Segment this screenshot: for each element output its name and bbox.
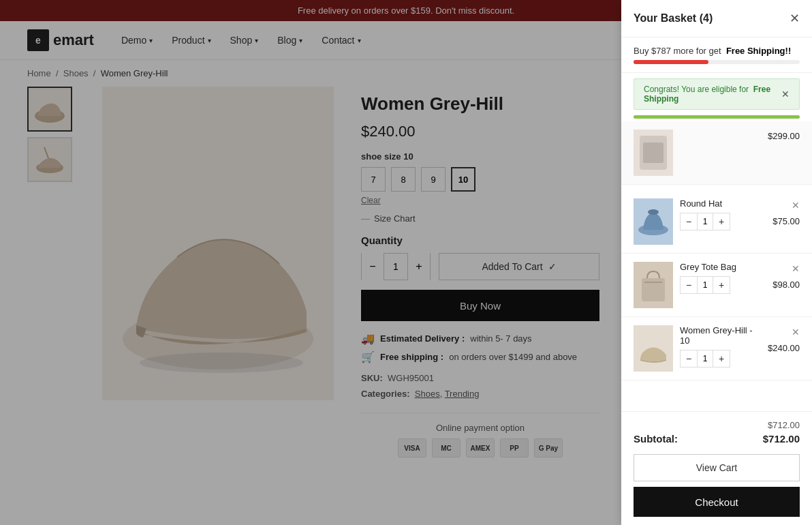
cart-title: Your Basket (4) [634,12,713,25]
free-shipping-banner: Congrats! You are eligible for Free Ship… [634,78,800,110]
shipping-progress-bar-wrap [634,60,800,64]
cart-count: 4 [703,12,709,24]
cart-item-bag-info: Grey Tote Bag − 1 + [680,262,766,294]
shoe-qty-value: 1 [697,350,713,367]
cart-close-button[interactable]: ✕ [790,11,800,26]
bag-qty-increase[interactable]: + [713,277,730,293]
cart-item-bag-img [634,262,673,308]
cart-item-hat-qty: − 1 + [680,213,730,230]
cart-header: Your Basket (4) ✕ [621,0,812,38]
cart-item-shoe-name: Women Grey-Hill - 10 [680,325,761,346]
cart-item-hat: Round Hat − 1 + ✕ $75.00 [621,190,812,254]
cart-item-hat-name: Round Hat [680,198,766,209]
shoe-qty-increase[interactable]: + [713,350,730,367]
svg-point-7 [648,209,659,215]
shoe-price: $240.00 [768,343,800,353]
cart-item-hat-img [634,198,673,245]
subtotal-value: $712.00 [763,433,800,445]
shipping-info: Buy $787 more for get Free Shipping!! [621,38,812,73]
fs-banner-text: Congrats! You are eligible for [644,85,749,94]
bag-price: $98.00 [772,280,800,290]
fs-progress-fill [634,115,800,119]
cart-item-bag-name: Grey Tote Bag [680,262,766,272]
shipping-prompt: Buy $787 more for get [634,46,721,56]
cart-item-shoe-qty: − 1 + [680,350,730,368]
cart-item-shoe-img [634,325,673,372]
svg-rect-5 [643,142,663,163]
hat-qty-value: 1 [697,213,713,230]
hat-qty-increase[interactable]: + [713,213,730,230]
cart-item-bag-qty: − 1 + [680,276,730,294]
cart-item-shoe: Women Grey-Hill - 10 − 1 + ✕ $240.00 [621,317,812,380]
bag-remove-button[interactable]: ✕ [792,263,800,274]
cart-items-list: Round Hat − 1 + ✕ $75.00 [621,185,812,411]
cart-item-extra-price: $299.00 [680,131,800,141]
cart-item-extra: $299.00 [621,121,812,185]
hat-qty-decrease[interactable]: − [681,213,697,230]
shipping-free-label: Free Shipping!! [726,46,791,56]
cart-subtotal-row: Subtotal: $712.00 [634,433,800,445]
cart-total-line: $712.00 [634,420,800,430]
hat-remove-button[interactable]: ✕ [792,200,800,211]
free-shipping-banner-text: Congrats! You are eligible for Free Ship… [644,85,781,104]
hat-price: $75.00 [772,216,800,226]
cart-item-bag: Grey Tote Bag − 1 + ✕ $98.00 [621,254,812,317]
shipping-progress-bar-fill [634,60,708,64]
cart-panel: Your Basket (4) ✕ Buy $787 more for get … [621,0,812,485]
subtotal-label: Subtotal: [634,433,678,445]
shoe-qty-decrease[interactable]: − [681,350,697,367]
free-shipping-banner-close[interactable]: ✕ [781,89,790,100]
view-cart-label: View Cart [696,462,737,473]
shoe-remove-button[interactable]: ✕ [792,327,800,338]
bag-qty-decrease[interactable]: − [681,277,697,293]
cart-item-extra-img [634,130,673,176]
cart-item-shoe-info: Women Grey-Hill - 10 − 1 + [680,325,761,368]
cart-footer: $712.00 Subtotal: $712.00 View Cart Chec… [621,411,812,485]
view-cart-button[interactable]: View Cart [634,454,800,481]
cart-item-extra-info: $299.00 [680,130,800,145]
bag-qty-value: 1 [697,277,713,293]
cart-title-text: Your Basket [634,12,696,24]
cart-item-hat-info: Round Hat − 1 + [680,198,766,230]
svg-rect-8 [642,278,665,301]
